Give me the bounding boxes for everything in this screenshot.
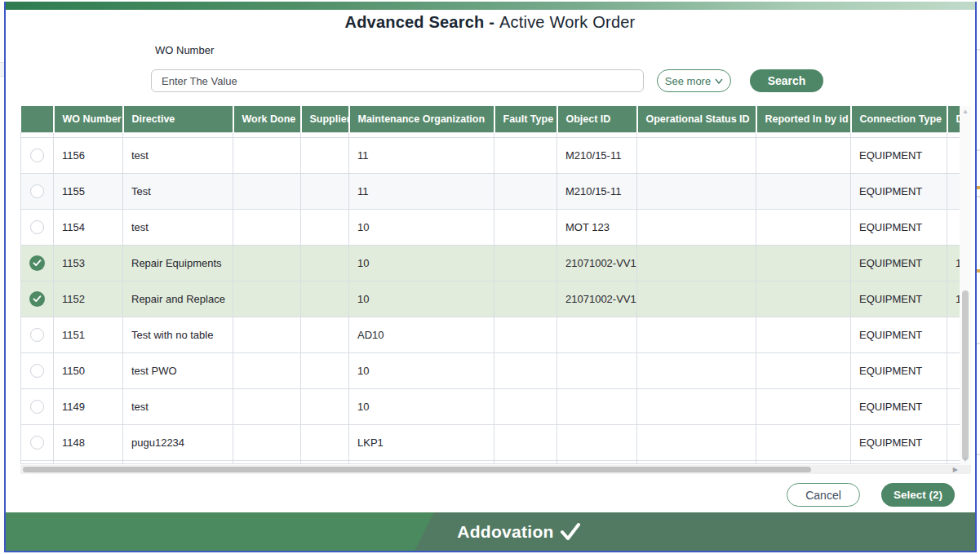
cell-fault-type — [494, 209, 557, 245]
cell-wo-number: 1153 — [54, 245, 123, 281]
cell-fault-type — [494, 352, 557, 388]
partial-cell — [557, 460, 637, 463]
cell-fault-type — [494, 388, 557, 424]
cell-supplier — [301, 352, 349, 388]
table-row-wo-1156[interactable]: 1156test11M210/15-11EQUIPMENT — [21, 137, 960, 173]
cell-object-id — [557, 317, 637, 352]
row-radio-button[interactable] — [30, 328, 44, 342]
table-row-wo-1148[interactable]: 1148pugu12234LKP1EQUIPMENT — [21, 424, 960, 460]
cell-supplier — [301, 209, 349, 245]
cell-object-id — [557, 424, 637, 460]
col-header-maintenance-organization: Maintenance Organization — [349, 106, 494, 132]
cell-wo-number: 1156 — [54, 137, 123, 173]
partial-scrolled-row — [21, 460, 960, 463]
cell-connection-type: EQUIPMENT — [851, 209, 947, 245]
col-header-object-id: Object ID — [557, 106, 637, 132]
cell-reported-in-by-id — [756, 209, 851, 245]
cell-work-done — [233, 209, 301, 245]
partial-cell — [349, 460, 494, 463]
modal-top-gradient-bar — [6, 2, 975, 10]
horizontal-scrollbar[interactable]: ▶ — [20, 465, 971, 474]
table-row-wo-1150[interactable]: 1150test PWO10EQUIPMENT — [21, 352, 960, 388]
table-row-wo-1149[interactable]: 1149test10EQUIPMENT — [21, 388, 960, 424]
cell-reported-in-by-id — [756, 388, 851, 424]
modal-title: Advanced Search -Active Work Order — [0, 13, 980, 32]
scroll-down-arrow-icon[interactable]: ▼ — [960, 456, 971, 463]
background-fragment — [977, 186, 980, 189]
cell-de — [947, 388, 960, 424]
row-select-cell[interactable] — [21, 424, 54, 460]
row-radio-button[interactable] — [30, 148, 44, 162]
partial-cell — [233, 460, 301, 463]
row-select-cell[interactable] — [21, 137, 54, 173]
cell-de — [947, 209, 960, 245]
row-radio-button[interactable] — [30, 184, 44, 198]
row-radio-button[interactable] — [30, 220, 44, 234]
row-select-cell[interactable] — [21, 317, 54, 352]
row-select-cell[interactable] — [21, 209, 54, 245]
cancel-button[interactable]: Cancel — [787, 483, 860, 507]
background-fragment — [977, 454, 980, 455]
background-fragment — [977, 149, 980, 151]
row-select-cell[interactable] — [21, 173, 54, 209]
cell-de — [947, 137, 960, 173]
scroll-right-arrow-icon[interactable]: ▶ — [953, 466, 958, 473]
cell-fault-type — [494, 137, 557, 173]
cell-connection-type: EQUIPMENT — [851, 317, 947, 352]
background-fragment — [0, 63, 4, 76]
partial-cell — [301, 460, 349, 463]
table-row-wo-1152[interactable]: 1152Repair and Replace1021071002-VV10EQU… — [21, 281, 960, 317]
cell-connection-type: EQUIPMENT — [851, 388, 947, 424]
col-header-operational-status-id: Operational Status ID — [637, 106, 756, 132]
col-header-reported-in-by-id: Reported In by id — [756, 106, 851, 132]
partial-cell — [637, 460, 756, 463]
cell-supplier — [301, 245, 349, 281]
table-row-wo-1155[interactable]: 1155Test11M210/15-11EQUIPMENT — [21, 173, 960, 209]
partial-cell — [54, 460, 123, 463]
cell-object-id: M210/15-11 — [557, 137, 637, 173]
vertical-scrollbar[interactable]: ▲ ▼ — [960, 106, 971, 465]
cell-reported-in-by-id — [756, 173, 851, 209]
row-select-cell[interactable] — [21, 388, 54, 424]
scroll-up-arrow-icon[interactable]: ▲ — [960, 108, 971, 115]
addovation-check-icon — [560, 523, 581, 541]
cell-wo-number: 1148 — [54, 424, 123, 460]
cell-wo-number: 1152 — [54, 281, 123, 317]
vertical-scrollbar-thumb[interactable] — [962, 290, 969, 460]
row-radio-button[interactable] — [30, 364, 44, 378]
cell-work-done — [233, 424, 301, 460]
row-select-cell[interactable] — [21, 281, 54, 317]
cell-supplier — [301, 424, 349, 460]
see-more-button[interactable]: See more — [657, 69, 731, 92]
row-selected-check-icon[interactable] — [29, 255, 45, 271]
table-row-wo-1154[interactable]: 1154test10MOT 123EQUIPMENT — [21, 209, 960, 245]
cell-maintenance-organization: 10 — [349, 388, 494, 424]
background-fragment — [977, 49, 980, 51]
cell-de — [947, 424, 960, 460]
see-more-label: See more — [665, 75, 711, 87]
col-header-supplier: Supplier — [301, 106, 349, 132]
cell-operational-status-id — [637, 281, 756, 317]
cell-de: 10 — [947, 245, 960, 281]
cell-work-done — [233, 317, 301, 352]
background-fragment — [0, 76, 4, 77]
table-row-wo-1151[interactable]: 1151Test with no tableAD10EQUIPMENT — [21, 317, 960, 352]
cell-wo-number: 1150 — [54, 352, 123, 388]
row-radio-button[interactable] — [30, 400, 44, 414]
cell-reported-in-by-id — [756, 137, 851, 173]
horizontal-scrollbar-thumb[interactable] — [23, 467, 811, 472]
brand-logo: Addovation — [34, 512, 975, 551]
row-select-cell[interactable] — [21, 352, 54, 388]
cell-object-id: 21071002-VV10 — [557, 245, 637, 281]
row-selected-check-icon[interactable] — [29, 291, 45, 307]
cell-operational-status-id — [637, 209, 756, 245]
row-radio-button[interactable] — [30, 436, 44, 450]
cell-directive: test — [123, 137, 233, 173]
table-row-wo-1153[interactable]: 1153Repair Equipments1021071002-VV10EQUI… — [21, 245, 960, 281]
row-select-cell[interactable] — [21, 245, 54, 281]
cell-supplier — [301, 281, 349, 317]
select-button[interactable]: Select (2) — [881, 483, 955, 507]
search-button[interactable]: Search — [750, 69, 823, 92]
cell-object-id: 21071002-VV10 — [557, 281, 637, 317]
wo-number-input[interactable] — [151, 69, 644, 92]
